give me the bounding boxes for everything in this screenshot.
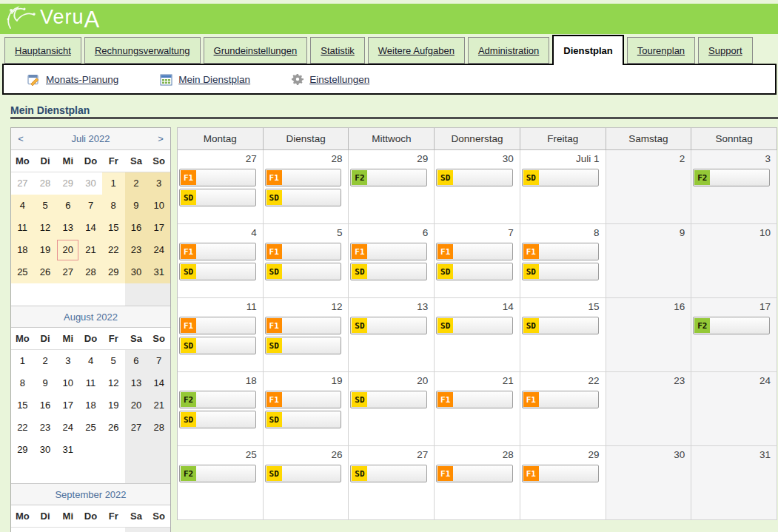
mini-day[interactable]: 25 bbox=[11, 261, 34, 283]
mini-day[interactable]: 28 bbox=[34, 172, 57, 195]
day-cell[interactable]: 10 bbox=[691, 224, 777, 298]
day-cell[interactable]: 31 bbox=[691, 446, 777, 520]
day-cell[interactable]: 22F1 bbox=[520, 372, 606, 446]
shift-entry[interactable]: F1 bbox=[265, 317, 342, 334]
day-cell[interactable]: 20SD bbox=[349, 372, 435, 446]
mini-day[interactable]: 7 bbox=[79, 195, 102, 217]
mini-day[interactable]: 24 bbox=[147, 239, 170, 261]
day-cell[interactable]: 30SD bbox=[435, 150, 520, 224]
shift-entry[interactable]: SD bbox=[436, 169, 513, 186]
mini-day[interactable]: 20 bbox=[125, 394, 148, 417]
tab-rechnungsverwaltung[interactable]: Rechnungsverwaltung bbox=[84, 37, 201, 64]
mini-day[interactable]: 9 bbox=[125, 195, 148, 217]
mini-day[interactable]: 30 bbox=[79, 172, 102, 195]
mini-day[interactable]: 5 bbox=[34, 195, 57, 217]
mini-day[interactable]: 13 bbox=[125, 372, 148, 394]
mini-day[interactable]: 26 bbox=[34, 261, 57, 283]
shift-entry[interactable]: F2 bbox=[350, 169, 427, 186]
day-cell[interactable]: 25F2 bbox=[178, 446, 264, 520]
day-cell[interactable]: 13SD bbox=[349, 298, 435, 372]
mini-day[interactable]: 29 bbox=[11, 439, 34, 461]
mini-day[interactable]: 8 bbox=[102, 195, 125, 217]
shift-entry[interactable]: F1 bbox=[179, 317, 256, 334]
mini-day[interactable]: 31 bbox=[147, 261, 170, 283]
mini-day[interactable]: 3 bbox=[56, 350, 79, 372]
day-cell[interactable]: 4F1SD bbox=[178, 224, 264, 298]
shift-entry[interactable]: F2 bbox=[693, 169, 770, 186]
toolbar-item-mein-dienstplan[interactable]: Mein Dienstplan bbox=[160, 73, 250, 86]
shift-entry[interactable]: SD bbox=[179, 337, 256, 354]
day-cell[interactable]: 3F2 bbox=[691, 150, 777, 224]
day-cell[interactable]: 29F2 bbox=[349, 150, 435, 224]
shift-entry[interactable]: F1 bbox=[265, 169, 342, 186]
mini-day[interactable]: 1 bbox=[11, 350, 34, 372]
shift-entry[interactable]: F1 bbox=[179, 169, 256, 186]
mini-day[interactable]: 29 bbox=[56, 172, 79, 195]
mini-day[interactable]: 21 bbox=[79, 239, 102, 261]
mini-day[interactable]: 18 bbox=[79, 394, 102, 417]
mini-day[interactable]: 12 bbox=[34, 217, 57, 239]
shift-entry[interactable]: F1 bbox=[522, 243, 599, 260]
day-cell[interactable]: 15SD bbox=[520, 298, 606, 372]
mini-day[interactable]: 6 bbox=[56, 195, 79, 217]
shift-entry[interactable]: SD bbox=[350, 317, 427, 334]
day-cell[interactable]: 16 bbox=[606, 298, 692, 372]
mini-day[interactable]: 27 bbox=[56, 261, 79, 283]
shift-entry[interactable]: F1 bbox=[522, 465, 599, 482]
day-cell[interactable]: 19F1SD bbox=[264, 372, 349, 446]
day-cell[interactable]: 24 bbox=[691, 372, 777, 446]
next-month-button[interactable]: > bbox=[151, 133, 170, 144]
tab-tourenplan[interactable]: Tourenplan bbox=[627, 37, 695, 64]
mini-day[interactable]: 28 bbox=[79, 261, 102, 283]
tab-administration[interactable]: Administration bbox=[468, 37, 549, 64]
mini-day[interactable]: 8 bbox=[11, 372, 34, 394]
tab-support[interactable]: Support bbox=[698, 37, 753, 64]
shift-entry[interactable]: F1 bbox=[350, 243, 427, 260]
day-cell[interactable]: 30 bbox=[606, 446, 692, 520]
shift-entry[interactable]: SD bbox=[350, 391, 427, 408]
tab-hauptansicht[interactable]: Hauptansicht bbox=[4, 37, 81, 64]
mini-day[interactable]: 14 bbox=[79, 217, 102, 239]
mini-day[interactable]: 2 bbox=[34, 350, 57, 372]
mini-day[interactable]: 18 bbox=[11, 239, 34, 261]
mini-day[interactable]: 15 bbox=[102, 217, 125, 239]
mini-day[interactable]: 27 bbox=[11, 172, 34, 195]
shift-entry[interactable]: SD bbox=[265, 337, 342, 354]
shift-entry[interactable]: SD bbox=[265, 411, 342, 428]
day-cell[interactable]: 12F1SD bbox=[264, 298, 349, 372]
mini-day[interactable]: 29 bbox=[102, 261, 125, 283]
tab-dienstplan[interactable]: Dienstplan bbox=[552, 35, 623, 65]
mini-day[interactable]: 6 bbox=[125, 350, 148, 372]
mini-day[interactable]: 17 bbox=[147, 217, 170, 239]
mini-day[interactable]: 25 bbox=[79, 417, 102, 439]
mini-day[interactable]: 22 bbox=[11, 417, 34, 439]
day-cell[interactable]: 6F1SD bbox=[349, 224, 435, 298]
mini-day[interactable]: 16 bbox=[125, 217, 148, 239]
shift-entry[interactable]: SD bbox=[350, 263, 427, 280]
mini-day[interactable]: 30 bbox=[125, 261, 148, 283]
mini-day[interactable]: 19 bbox=[34, 239, 57, 261]
shift-entry[interactable]: SD bbox=[265, 189, 342, 206]
day-cell[interactable]: 21F1 bbox=[435, 372, 520, 446]
shift-entry[interactable]: SD bbox=[522, 263, 599, 280]
mini-day[interactable]: 27 bbox=[125, 417, 148, 439]
shift-entry[interactable]: SD bbox=[436, 317, 513, 334]
tab-statistik[interactable]: Statistik bbox=[310, 37, 365, 64]
shift-entry[interactable]: F1 bbox=[522, 391, 599, 408]
mini-day[interactable]: 13 bbox=[56, 217, 79, 239]
mini-day[interactable]: 23 bbox=[125, 239, 148, 261]
mini-day[interactable]: 3 bbox=[147, 172, 170, 195]
mini-day[interactable]: 16 bbox=[34, 394, 57, 417]
day-cell[interactable]: 28F1 bbox=[435, 446, 520, 520]
day-cell[interactable]: 14SD bbox=[435, 298, 520, 372]
tab-grundeinstellungen[interactable]: Grundeinstellungen bbox=[204, 37, 308, 64]
prev-month-button[interactable]: < bbox=[11, 133, 30, 144]
shift-entry[interactable]: SD bbox=[179, 189, 256, 206]
mini-day[interactable]: 12 bbox=[102, 372, 125, 394]
shift-entry[interactable]: F1 bbox=[265, 243, 342, 260]
day-cell[interactable]: 27F1SD bbox=[178, 150, 264, 224]
day-cell[interactable]: 23 bbox=[606, 372, 692, 446]
tab-weitere-aufgaben[interactable]: Weitere Aufgaben bbox=[368, 37, 465, 64]
day-cell[interactable]: 26SD bbox=[264, 446, 349, 520]
shift-entry[interactable]: F1 bbox=[179, 243, 256, 260]
